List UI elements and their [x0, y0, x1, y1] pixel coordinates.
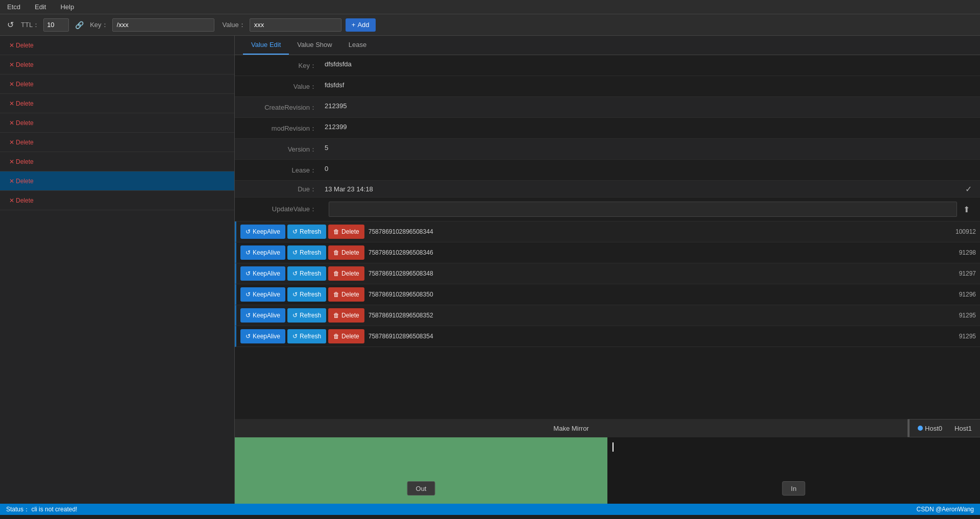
- delete-label-4: Delete: [16, 119, 34, 127]
- add-icon: +: [352, 21, 356, 29]
- keepalive-icon-3: ↺: [246, 291, 251, 298]
- update-value-input[interactable]: [329, 202, 957, 217]
- menu-help[interactable]: Help: [57, 2, 77, 12]
- sidebar-item-5[interactable]: ✕ Delete: [0, 133, 234, 152]
- value-input[interactable]: [250, 18, 341, 32]
- lease-delete-button-3[interactable]: 🗑 Delete: [328, 287, 364, 302]
- refresh-button-0[interactable]: ↺ Refresh: [287, 225, 326, 239]
- key-input[interactable]: [112, 18, 214, 32]
- tabs: Value Edit Value Show Lease: [235, 36, 980, 55]
- delete-button-8[interactable]: ✕ Delete: [6, 195, 37, 206]
- make-mirror-button[interactable]: Make Mirror: [235, 419, 908, 437]
- mod-revision-value: 212399: [325, 123, 972, 131]
- tab-value-edit[interactable]: Value Edit: [243, 36, 289, 55]
- refresh-button-2[interactable]: ↺ Refresh: [287, 266, 326, 281]
- x-icon-2: ✕: [9, 81, 14, 88]
- refresh-icon-0: ↺: [292, 228, 298, 235]
- refresh-icon-2: ↺: [292, 270, 298, 277]
- x-icon-0: ✕: [9, 42, 14, 49]
- trash-icon-2: 🗑: [333, 270, 339, 277]
- keepalive-label-5: KeepAlive: [253, 333, 280, 340]
- status-label: Status：: [6, 506, 30, 513]
- delete-button-4[interactable]: ✕ Delete: [6, 118, 37, 128]
- lease-id-1: 7587869102896508346: [369, 249, 953, 256]
- lease-count-1: 91298: [959, 249, 976, 256]
- sidebar-item-2[interactable]: ✕ Delete: [0, 75, 234, 94]
- delete-button-7[interactable]: ✕ Delete: [6, 176, 37, 186]
- delete-button-1[interactable]: ✕ Delete: [6, 60, 37, 70]
- refresh-button-4[interactable]: ↺ Refresh: [287, 308, 326, 323]
- lease-delete-button-0[interactable]: 🗑 Delete: [328, 225, 364, 239]
- check-icon[interactable]: ✓: [965, 184, 972, 194]
- delete-button-5[interactable]: ✕ Delete: [6, 137, 37, 147]
- host1-label: Host1: [954, 425, 972, 432]
- host1-tab[interactable]: Host1: [950, 423, 976, 434]
- value-label: Value：: [223, 20, 246, 30]
- lease-delete-button-5[interactable]: 🗑 Delete: [328, 329, 364, 343]
- in-button[interactable]: In: [782, 481, 805, 496]
- lease-delete-button-4[interactable]: 🗑 Delete: [328, 308, 364, 323]
- cursor: [612, 442, 614, 452]
- keepalive-button-4[interactable]: ↺ KeepAlive: [240, 308, 285, 323]
- upload-button[interactable]: ⬆: [961, 203, 972, 216]
- lease-row: Lease： 0: [235, 160, 980, 181]
- sidebar-item-8[interactable]: ✕ Delete: [0, 191, 234, 210]
- refresh-icon-4: ↺: [292, 312, 298, 319]
- keepalive-button-5[interactable]: ↺ KeepAlive: [240, 329, 285, 343]
- lease-value: 0: [325, 165, 972, 172]
- trash-icon-5: 🗑: [333, 333, 339, 340]
- sidebar: ✕ Delete ✕ Delete ✕ Delete ✕ Delete ✕: [0, 36, 235, 504]
- keepalive-button-3[interactable]: ↺ KeepAlive: [240, 287, 285, 302]
- lease-delete-label-0: Delete: [341, 228, 359, 235]
- mod-revision-row: modRevision： 212399: [235, 118, 980, 139]
- refresh-button-5[interactable]: ↺ Refresh: [287, 329, 326, 343]
- refresh-button-1[interactable]: ↺ Refresh: [287, 245, 326, 260]
- lease-delete-button-1[interactable]: 🗑 Delete: [328, 245, 364, 260]
- lease-id-5: 7587869102896508354: [369, 333, 953, 340]
- delete-label-6: Delete: [16, 158, 34, 165]
- out-button[interactable]: Out: [407, 481, 435, 496]
- ttl-input[interactable]: [43, 18, 69, 32]
- lease-id-3: 7587869102896508350: [369, 291, 953, 298]
- delete-button-6[interactable]: ✕ Delete: [6, 157, 37, 167]
- key-field-label: Key：: [243, 60, 325, 70]
- due-input[interactable]: [325, 185, 965, 193]
- refresh-button-3[interactable]: ↺ Refresh: [287, 287, 326, 302]
- keepalive-button-0[interactable]: ↺ KeepAlive: [240, 225, 285, 239]
- lease-delete-label-5: Delete: [341, 333, 359, 340]
- link-button[interactable]: 🔗: [73, 19, 86, 31]
- host0-tab[interactable]: Host0: [914, 423, 946, 434]
- version-value: 5: [325, 144, 972, 152]
- tab-lease[interactable]: Lease: [340, 36, 375, 55]
- value-field-label: Value：: [243, 81, 325, 91]
- delete-button-0[interactable]: ✕ Delete: [6, 40, 37, 51]
- lease-row-2: ↺ KeepAlive ↺ Refresh 🗑 Delete 758786910…: [235, 263, 980, 284]
- sidebar-item-3[interactable]: ✕ Delete: [0, 94, 234, 113]
- menu-edit[interactable]: Edit: [32, 2, 49, 12]
- sidebar-item-6[interactable]: ✕ Delete: [0, 152, 234, 171]
- sidebar-item-7[interactable]: ✕ Delete: [0, 171, 234, 191]
- delete-button-3[interactable]: ✕ Delete: [6, 98, 37, 109]
- update-value-label: UpdateValue：: [243, 205, 325, 214]
- refresh-label-2: Refresh: [300, 270, 321, 277]
- tab-value-show[interactable]: Value Show: [289, 36, 340, 55]
- keepalive-button-2[interactable]: ↺ KeepAlive: [240, 266, 285, 281]
- add-button[interactable]: + Add: [346, 18, 376, 32]
- lease-delete-button-2[interactable]: 🗑 Delete: [328, 266, 364, 281]
- keepalive-button-1[interactable]: ↺ KeepAlive: [240, 245, 285, 260]
- status-message: cli is not created!: [31, 506, 77, 513]
- refresh-icon-3: ↺: [292, 291, 298, 298]
- x-icon-1: ✕: [9, 61, 14, 68]
- sidebar-item-0[interactable]: ✕ Delete: [0, 36, 234, 55]
- keepalive-icon-0: ↺: [246, 228, 251, 235]
- x-icon-6: ✕: [9, 158, 14, 165]
- mod-revision-label: modRevision：: [243, 123, 325, 133]
- keepalive-label-1: KeepAlive: [253, 249, 280, 256]
- lease-count-5: 91295: [959, 333, 976, 340]
- sidebar-item-4[interactable]: ✕ Delete: [0, 113, 234, 133]
- delete-button-2[interactable]: ✕ Delete: [6, 79, 37, 89]
- lease-count-4: 91295: [959, 312, 976, 319]
- toolbar-refresh-button[interactable]: ↺: [4, 18, 17, 32]
- sidebar-item-1[interactable]: ✕ Delete: [0, 55, 234, 75]
- menu-etcd[interactable]: Etcd: [4, 2, 23, 12]
